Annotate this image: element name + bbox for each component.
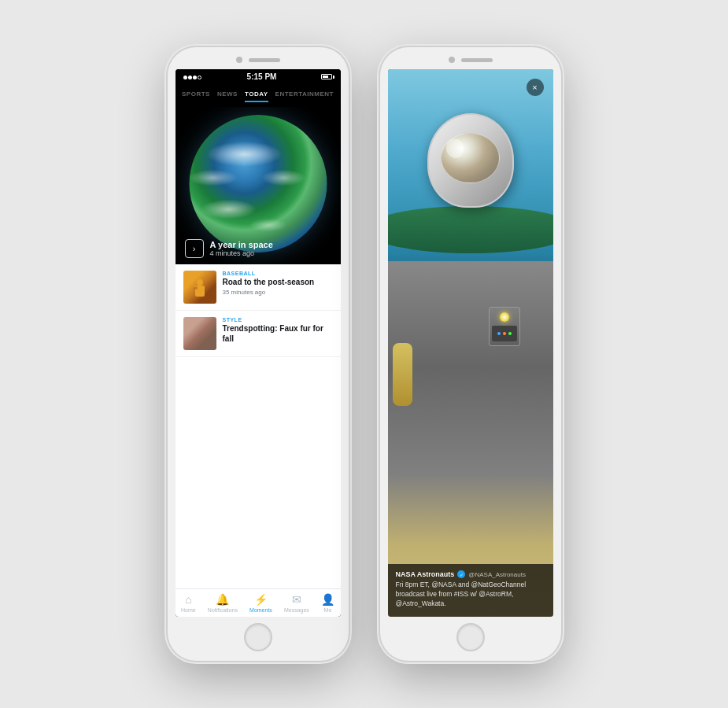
right-phone: × NASA Astronauts ✓ @NASA_Astronauts Fri…: [380, 47, 561, 661]
baseball-player-icon: [189, 276, 211, 298]
ctrl-dot-green: [508, 332, 512, 335]
tweet-user-row: NASA Astronauts ✓ @NASA_Astronauts: [396, 570, 545, 578]
suit-arm: [393, 343, 412, 406]
suit-body: [388, 261, 553, 617]
tweet-handle: @NASA_Astronauts: [468, 571, 526, 578]
style-image: [183, 317, 216, 350]
feed-item-style[interactable]: STYLE Trendspotting: Faux fur for fall: [176, 311, 341, 357]
battery-fill: [323, 76, 328, 78]
tab-sports[interactable]: SPORTS: [182, 89, 210, 102]
ctrl-dot-blue: [497, 332, 501, 335]
nav-label-moments: Moments: [249, 607, 272, 613]
verified-badge: ✓: [457, 570, 465, 578]
lightning-icon: ⚡: [254, 593, 268, 606]
moments-tab-bar: SPORTS NEWS TODAY ENTERTAINMENT: [176, 84, 341, 107]
front-camera-left: [236, 57, 242, 63]
left-screen: 5:15 PM SPORTS NEWS TODAY ENTERTAINMENT …: [176, 69, 341, 617]
tweet-content: Fri 8pm ET, @NASA and @NatGeoChannel bro…: [396, 581, 545, 609]
feed-age-baseball: 35 minutes ago: [223, 289, 333, 296]
feed-item-baseball[interactable]: BASEBALL Road to the post-season 35 minu…: [176, 264, 341, 311]
person-icon: 👤: [321, 593, 334, 606]
status-bar-left: 5:15 PM: [176, 69, 341, 84]
equipment-controls: [492, 326, 517, 341]
earth-curve: [388, 206, 553, 253]
nav-moments[interactable]: ⚡ Moments: [249, 593, 272, 613]
helmet-outer: [427, 113, 514, 208]
signal-dots: [183, 73, 202, 81]
story-time: 4 minutes ago: [210, 249, 273, 257]
story-title: A year in space: [210, 240, 273, 249]
status-time: 5:15 PM: [247, 72, 277, 81]
speaker-right: [461, 58, 493, 62]
envelope-icon: ✉: [292, 593, 301, 606]
bottom-nav: ⌂ Home 🔔 Notifications ⚡ Moments ✉ Messa…: [176, 588, 341, 617]
nav-label-notifications: Notifications: [208, 607, 238, 613]
visor-reflection: [444, 137, 465, 160]
right-screen: × NASA Astronauts ✓ @NASA_Astronauts Fri…: [388, 69, 553, 617]
nav-messages[interactable]: ✉ Messages: [284, 593, 309, 613]
battery-indicator: [321, 74, 332, 79]
phone-top-left: [168, 47, 349, 63]
nav-notifications[interactable]: 🔔 Notifications: [208, 593, 238, 613]
front-camera-right: [449, 57, 455, 63]
baseball-image: [183, 271, 216, 304]
story-info: A year in space 4 minutes ago: [210, 240, 273, 257]
svg-point-0: [197, 279, 203, 286]
helmet-visor: [441, 133, 499, 183]
home-button-right[interactable]: [456, 623, 485, 651]
feed-category-baseball: BASEBALL: [223, 271, 333, 276]
helmet-container: [427, 113, 514, 208]
bell-icon: 🔔: [216, 593, 229, 606]
tweet-overlay: NASA Astronauts ✓ @NASA_Astronauts Fri 8…: [388, 564, 553, 617]
earth-image: [189, 115, 327, 253]
feed-thumb-style: [183, 317, 216, 350]
nav-label-home: Home: [181, 607, 196, 613]
home-icon: ⌂: [185, 593, 191, 606]
feed-container: BASEBALL Road to the post-season 35 minu…: [176, 264, 341, 588]
story-navigation: › A year in space 4 minutes ago: [185, 239, 273, 258]
phone-top-right: [380, 47, 561, 63]
feed-thumb-baseball: [183, 271, 216, 304]
feed-category-style: STYLE: [223, 317, 333, 323]
feed-text-baseball: BASEBALL Road to the post-season 35 minu…: [223, 271, 333, 296]
earth-hero[interactable]: › A year in space 4 minutes ago: [176, 107, 341, 264]
battery-icon: [321, 74, 332, 79]
feed-headline-baseball: Road to the post-season: [223, 277, 333, 287]
story-arrow-button[interactable]: ›: [185, 239, 204, 258]
equipment-light: [500, 312, 509, 322]
ctrl-dot-orange: [503, 332, 506, 335]
tab-entertainment[interactable]: ENTERTAINMENT: [275, 89, 334, 102]
speaker-left: [249, 58, 280, 62]
left-phone: 5:15 PM SPORTS NEWS TODAY ENTERTAINMENT …: [168, 47, 349, 661]
tab-today[interactable]: TODAY: [245, 89, 268, 102]
nav-home[interactable]: ⌂ Home: [181, 593, 196, 613]
nav-label-messages: Messages: [284, 607, 309, 613]
tab-news[interactable]: NEWS: [217, 89, 238, 102]
tweet-author-name: NASA Astronauts: [396, 570, 455, 578]
chest-equipment: [489, 307, 520, 346]
feed-text-style: STYLE Trendspotting: Faux fur for fall: [223, 317, 333, 344]
nav-me[interactable]: 👤 Me: [321, 593, 334, 613]
nav-label-me: Me: [324, 607, 332, 613]
home-button-left[interactable]: [244, 623, 272, 651]
close-button[interactable]: ×: [527, 79, 544, 96]
feed-headline-style: Trendspotting: Faux fur for fall: [223, 323, 333, 344]
